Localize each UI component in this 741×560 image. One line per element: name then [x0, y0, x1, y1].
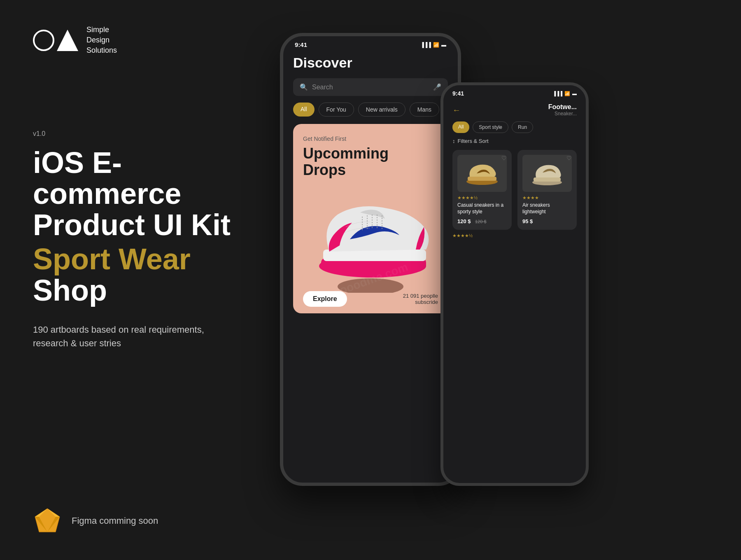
- product-stars-2: ★★★★: [522, 195, 572, 201]
- product-card-2[interactable]: ♡ ★★★★ Air sneakers lightweight 95 $: [517, 150, 577, 230]
- sec-battery-icon: ▬: [572, 91, 577, 96]
- headline-line2: Sport Wear Shop: [33, 244, 239, 306]
- sec-status-time: 9:41: [452, 90, 464, 97]
- sec-tab-sport-style[interactable]: Sport style: [473, 121, 508, 133]
- left-section: Simple Design Solutions v1.0 iOS E-comme…: [0, 0, 272, 560]
- hero-bottom: Explore 21 091 peopllesubscride: [293, 285, 448, 313]
- sec-signal-icon: ▐▐▐: [553, 91, 562, 96]
- footwear-title: Footwe...: [548, 103, 577, 111]
- version-label: v1.0: [33, 130, 239, 138]
- explore-button[interactable]: Explore: [303, 291, 347, 307]
- hero-banner: Get Notified First UpcommingDrops: [293, 124, 448, 313]
- wifi-icon: 📶: [433, 42, 439, 48]
- filters-sort[interactable]: ↕ Filters & Sort: [443, 138, 586, 150]
- secondary-phone: 9:41 ▐▐▐ 📶 ▬ ← Footwe... Sneaker... All …: [440, 82, 589, 486]
- sec-filter-tabs: All Sport style Run: [443, 121, 586, 138]
- filter-tabs: All For You New arrivals Mans ...: [293, 103, 448, 117]
- product-pricing-2: 95 $: [522, 217, 572, 225]
- product-pricing-1: 120 $ 120 $: [457, 217, 507, 225]
- logo-icons: [33, 30, 78, 51]
- shoe-svg: [296, 186, 445, 293]
- product-name-2: Air sneakers lightweight: [522, 202, 572, 215]
- filters-sort-text: Filters & Sort: [458, 138, 489, 144]
- sec-tab-run[interactable]: Run: [512, 121, 533, 133]
- product-image-1: [457, 155, 507, 192]
- sec-tab-all[interactable]: All: [452, 121, 469, 133]
- sec-phone-header: ← Footwe... Sneaker...: [443, 100, 586, 121]
- shop-text: Shop: [33, 274, 107, 307]
- product-stars-1: ★★★★½: [457, 195, 507, 201]
- search-placeholder-text: Search: [312, 84, 429, 91]
- main-phone: 9:41 ▐▐▐ 📶 ▬ Discover 🔍 Search 🎤 All For…: [280, 33, 461, 486]
- discover-title: Discover: [293, 55, 448, 71]
- mic-icon: 🎤: [433, 83, 441, 91]
- product-old-price-1: 120 $: [475, 219, 487, 224]
- product-image-2: [522, 155, 572, 192]
- logo-area: Simple Design Solutions: [33, 25, 239, 56]
- category-label: Footwe... Sneaker...: [548, 103, 577, 117]
- svg-rect-11: [468, 177, 496, 181]
- sketch-icon: [33, 506, 62, 535]
- svg-rect-13: [534, 177, 561, 182]
- battery-icon: ▬: [441, 42, 446, 48]
- tab-new-arrivals[interactable]: New arrivals: [358, 103, 405, 117]
- headline-line1: iOS E-commerce Product UI Kit: [33, 147, 239, 241]
- phone-notch: [338, 36, 403, 48]
- status-icons: ▐▐▐ 📶 ▬: [420, 42, 446, 48]
- product-name-1: Casual sneakers in a sporty style: [457, 202, 507, 215]
- signal-icon: ▐▐▐: [420, 42, 431, 48]
- sport-wear-highlight: Sport Wear: [33, 243, 191, 275]
- subscribers-text: 21 091 peopllesubscride: [403, 293, 438, 305]
- tab-all[interactable]: All: [293, 103, 315, 117]
- tab-mans[interactable]: Mans: [410, 103, 439, 117]
- tab-for-you[interactable]: For You: [319, 103, 354, 117]
- product-price-2: 95 $: [522, 218, 533, 224]
- sec-status-icons: ▐▐▐ 📶 ▬: [553, 91, 577, 96]
- phones-area: 9:41 ▐▐▐ 📶 ▬ Discover 🔍 Search 🎤 All For…: [259, 0, 741, 560]
- status-time: 9:41: [295, 41, 307, 48]
- product-card-1[interactable]: ♡ ★★★★½ Casual sneakers in a sporty styl…: [452, 150, 512, 230]
- bottom-stars: ★★★★½: [443, 230, 586, 242]
- heart-icon-2[interactable]: ♡: [566, 155, 572, 161]
- sec-wifi-icon: 📶: [564, 91, 570, 96]
- search-icon: 🔍: [300, 83, 308, 91]
- sec-status-bar: 9:41 ▐▐▐ 📶 ▬: [443, 85, 586, 100]
- sort-icon: ↕: [452, 138, 455, 144]
- product-grid: ♡ ★★★★½ Casual sneakers in a sporty styl…: [443, 150, 586, 230]
- brand-name: Simple Design Solutions: [86, 25, 117, 56]
- figma-coming-soon-text: Figma comming soon: [72, 516, 158, 526]
- hero-title: UpcommingDrops: [303, 145, 438, 178]
- shoe-visual: [293, 177, 448, 293]
- bottom-area: Figma comming soon: [33, 506, 239, 535]
- description-text: 190 artboards based on real requirements…: [33, 323, 239, 350]
- footwear-subtitle: Sneaker...: [548, 111, 577, 117]
- search-bar[interactable]: 🔍 Search 🎤: [293, 78, 448, 96]
- heart-icon-1[interactable]: ♡: [501, 155, 507, 161]
- phone-content: Discover 🔍 Search 🎤 All For You New arri…: [283, 51, 458, 476]
- logo-triangle-icon: [57, 30, 78, 51]
- product-price-1: 120 $: [457, 218, 471, 224]
- logo-circle-icon: [33, 30, 54, 51]
- hero-subtitle: Get Notified First: [303, 135, 438, 142]
- back-button[interactable]: ←: [452, 105, 461, 115]
